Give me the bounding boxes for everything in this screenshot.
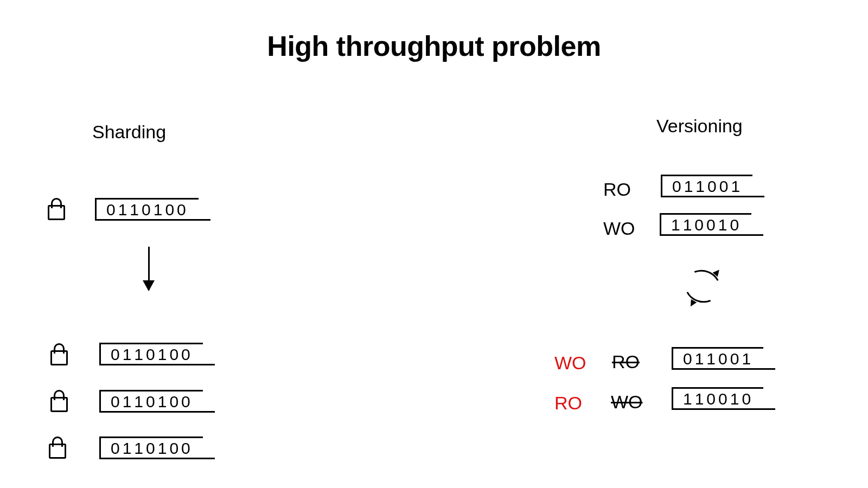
lock-icon [48, 205, 65, 220]
swap-icon [685, 270, 723, 305]
sharding-shard-box: 0110100 [99, 436, 203, 458]
sharding-source-box: 0110100 [95, 198, 199, 219]
lock-icon [50, 350, 68, 365]
version-data-box: 011001 [661, 175, 752, 196]
version-old-mode-label: WO [611, 391, 643, 413]
version-mode-label: WO [603, 218, 635, 239]
version-old-mode-label: RO [612, 351, 640, 373]
lock-icon [49, 444, 66, 459]
lock-icon [50, 397, 68, 412]
sharding-shard-box: 0110100 [99, 343, 203, 364]
version-new-mode-label: WO [554, 352, 586, 374]
slide-title: High throughput problem [0, 30, 868, 62]
version-data-box: 011001 [672, 347, 763, 368]
version-new-mode-label: RO [554, 393, 582, 414]
sharding-label: Sharding [92, 121, 166, 143]
version-data-box: 110010 [672, 387, 763, 408]
version-data-box: 110010 [660, 213, 751, 234]
arrow-down-icon [148, 247, 150, 290]
sharding-shard-box: 0110100 [99, 390, 203, 411]
versioning-label: Versioning [656, 115, 743, 137]
version-mode-label: RO [603, 179, 631, 200]
